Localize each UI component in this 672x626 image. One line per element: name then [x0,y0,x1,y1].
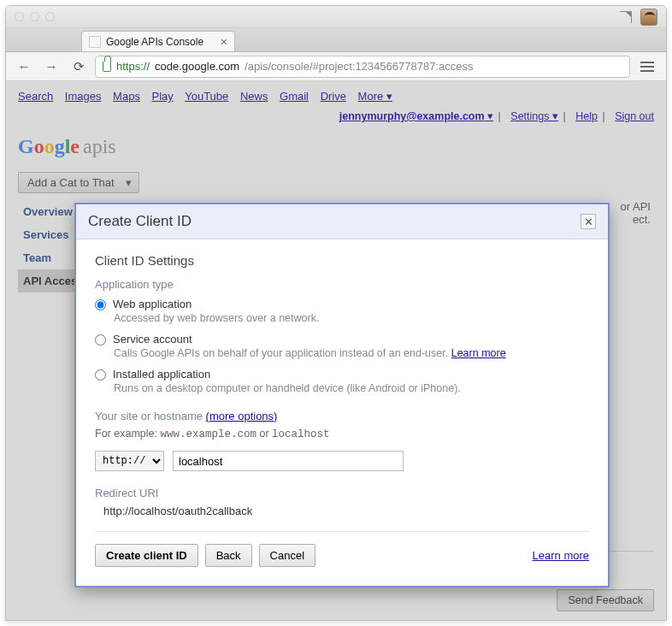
radio-label[interactable]: Installed application [113,368,210,381]
modal-header: Create Client ID ✕ [76,204,608,239]
window-titlebar [6,6,666,28]
modal-title: Create Client ID [88,213,192,230]
address-bar[interactable]: https://code.google.com/apis/console/#pr… [95,56,630,78]
window-controls [15,12,55,21]
back-button-modal[interactable]: Back [205,544,252,567]
example-text: For example: www.example.com or localhos… [95,428,589,440]
favicon-icon [89,36,101,48]
app-type-label: Application type [95,278,589,291]
learn-more-link[interactable]: Learn more [533,549,589,562]
url-scheme: https:// [116,60,150,73]
modal-close-icon[interactable]: ✕ [581,214,596,229]
create-client-id-button[interactable]: Create client ID [95,544,198,567]
modal-footer: Create client ID Back Cancel Learn more [95,531,589,572]
more-options-link[interactable]: (more options) [206,410,278,422]
radio-desc: Accessed by web browsers over a network. [114,312,589,324]
avatar[interactable] [640,9,657,26]
minimize-window-icon[interactable] [30,12,39,21]
radio-service-account[interactable] [95,334,106,345]
radio-desc: Calls Google APIs on behalf of your appl… [114,347,589,359]
expand-icon[interactable] [620,11,632,23]
tab-title: Google APIs Console [106,36,203,48]
url-host: code.google.com [155,60,239,73]
create-client-id-modal: Create Client ID ✕ Client ID Settings Ap… [74,203,610,588]
browser-toolbar: ← → ⟳ https://code.google.com/apis/conso… [6,52,666,81]
redirect-uri-value: http://localhost/oauth2callback [103,505,589,517]
radio-desc: Runs on a desktop computer or handheld d… [114,382,589,394]
url-path: /apis/console/#project:1234566778787:acc… [245,60,473,73]
lock-icon [103,62,111,72]
close-window-icon[interactable] [15,12,24,21]
page-viewport: Search Images Maps Play YouTube News Gma… [6,81,666,620]
settings-heading: Client ID Settings [95,253,589,268]
radio-installed-application[interactable] [95,369,106,381]
learn-more-link[interactable]: Learn more [451,347,506,359]
site-hostname-label: Your site or hostname (more options) [95,410,589,422]
radio-label[interactable]: Web application [113,298,192,310]
forward-button[interactable]: → [40,56,62,77]
cancel-button[interactable]: Cancel [259,544,315,567]
chrome-menu-icon[interactable] [635,56,659,77]
zoom-window-icon[interactable] [45,12,55,21]
browser-tab[interactable]: Google APIs Console × [81,31,235,51]
tab-close-icon[interactable]: × [221,35,227,49]
back-button[interactable]: ← [13,56,35,77]
reload-button[interactable]: ⟳ [68,56,90,77]
hostname-input[interactable] [173,451,404,471]
browser-window: Google APIs Console × ← → ⟳ https://code… [5,5,667,621]
browser-tabbar: Google APIs Console × [6,28,666,52]
radio-label[interactable]: Service account [113,333,192,345]
protocol-select[interactable]: http:// [95,451,164,471]
radio-web-application[interactable] [95,299,106,310]
redirect-uri-label: Redirect URI [95,487,589,499]
